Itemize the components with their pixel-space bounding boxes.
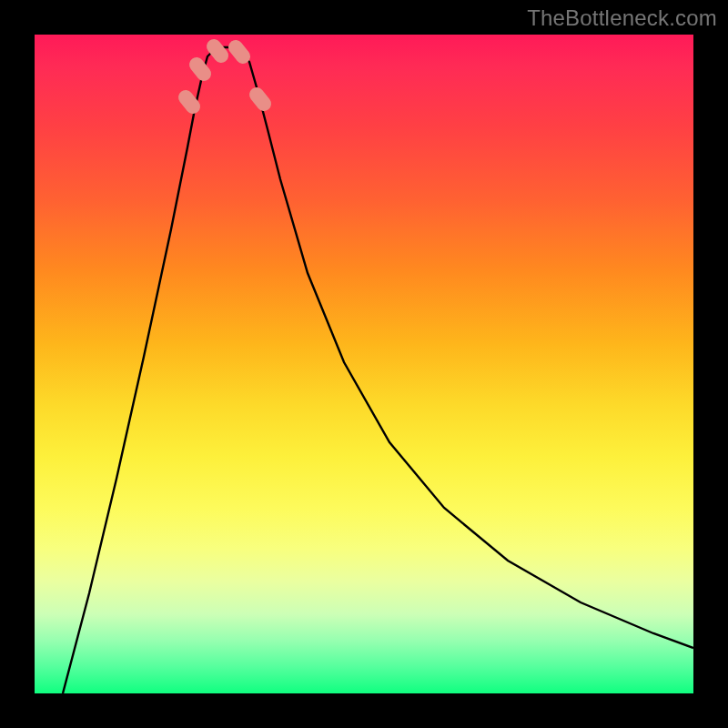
marker-3 bbox=[214, 46, 221, 56]
marker-5 bbox=[257, 95, 264, 104]
marker-1 bbox=[186, 97, 193, 106]
chart-svg bbox=[35, 35, 693, 693]
chart-frame: TheBottleneck.com bbox=[0, 0, 728, 728]
marker-2 bbox=[197, 65, 204, 74]
bottleneck-curve bbox=[63, 47, 693, 693]
marker-4 bbox=[236, 47, 243, 56]
watermark-text: TheBottleneck.com bbox=[527, 5, 717, 31]
plot-area bbox=[35, 35, 693, 693]
